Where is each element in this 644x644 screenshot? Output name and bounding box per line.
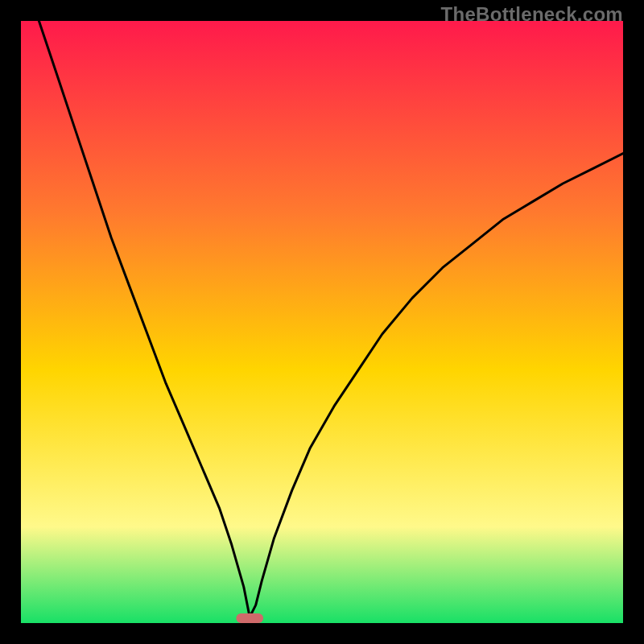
gradient-background <box>21 21 623 623</box>
chart-frame: TheBottleneck.com <box>0 0 644 644</box>
optimal-marker <box>236 613 263 623</box>
bottleneck-chart <box>21 21 623 623</box>
plot-area <box>21 21 623 623</box>
